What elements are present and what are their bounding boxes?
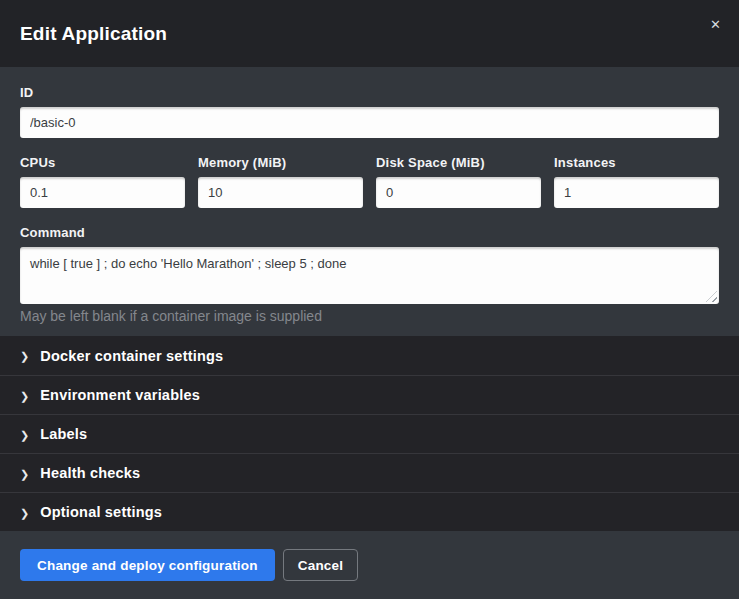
command-field-group: Command while [ true ] ; do echo 'Hello … xyxy=(20,225,719,324)
edit-application-modal: Edit Application ✕ ID CPUs Memory (MiB) … xyxy=(0,0,739,599)
modal-header: Edit Application ✕ xyxy=(0,0,739,67)
id-field-group: ID xyxy=(20,85,719,138)
modal-footer: Change and deploy configuration Cancel xyxy=(0,531,739,599)
resource-fields-row: CPUs Memory (MiB) Disk Space (MiB) Insta… xyxy=(20,155,719,208)
section-label: Environment variables xyxy=(40,387,200,403)
command-help-text: May be left blank if a container image i… xyxy=(20,308,719,324)
section-optional-settings[interactable]: ❯ Optional settings xyxy=(0,492,739,531)
change-and-deploy-button[interactable]: Change and deploy configuration xyxy=(20,549,275,581)
cpus-label: CPUs xyxy=(20,155,185,170)
form-body: ID CPUs Memory (MiB) Disk Space (MiB) In… xyxy=(0,67,739,336)
chevron-right-icon: ❯ xyxy=(20,468,29,479)
command-textarea[interactable]: while [ true ] ; do echo 'Hello Marathon… xyxy=(20,247,719,304)
id-label: ID xyxy=(20,85,719,100)
page-title: Edit Application xyxy=(20,23,167,45)
section-labels[interactable]: ❯ Labels xyxy=(0,414,739,453)
cpus-input[interactable] xyxy=(20,177,185,208)
chevron-right-icon: ❯ xyxy=(20,351,29,362)
cpus-field-group: CPUs xyxy=(20,155,185,208)
section-docker-container-settings[interactable]: ❯ Docker container settings xyxy=(0,336,739,375)
section-environment-variables[interactable]: ❯ Environment variables xyxy=(0,375,739,414)
instances-input[interactable] xyxy=(554,177,719,208)
disk-input[interactable] xyxy=(376,177,541,208)
memory-label: Memory (MiB) xyxy=(198,155,363,170)
chevron-right-icon: ❯ xyxy=(20,429,29,440)
close-icon: ✕ xyxy=(710,17,721,32)
accordion-sections: ❯ Docker container settings ❯ Environmen… xyxy=(0,336,739,531)
command-label: Command xyxy=(20,225,719,240)
instances-label: Instances xyxy=(554,155,719,170)
section-label: Docker container settings xyxy=(40,348,223,364)
chevron-right-icon: ❯ xyxy=(20,507,29,518)
memory-input[interactable] xyxy=(198,177,363,208)
cancel-button[interactable]: Cancel xyxy=(283,549,358,581)
disk-label: Disk Space (MiB) xyxy=(376,155,541,170)
memory-field-group: Memory (MiB) xyxy=(198,155,363,208)
chevron-right-icon: ❯ xyxy=(20,390,29,401)
close-button[interactable]: ✕ xyxy=(706,14,725,35)
instances-field-group: Instances xyxy=(554,155,719,208)
disk-field-group: Disk Space (MiB) xyxy=(376,155,541,208)
section-health-checks[interactable]: ❯ Health checks xyxy=(0,453,739,492)
section-label: Health checks xyxy=(40,465,140,481)
id-input[interactable] xyxy=(20,107,719,138)
section-label: Optional settings xyxy=(40,504,162,520)
section-label: Labels xyxy=(40,426,87,442)
